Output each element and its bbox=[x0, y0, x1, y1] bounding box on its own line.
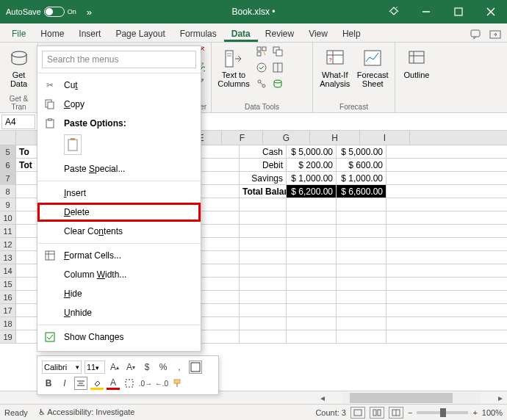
cell[interactable] bbox=[240, 251, 287, 264]
cell[interactable] bbox=[198, 172, 240, 184]
row-header[interactable]: 12 bbox=[0, 238, 16, 250]
what-if-analysis-button[interactable]: ? What-If Analysis bbox=[317, 44, 353, 88]
tab-help[interactable]: Help bbox=[335, 26, 368, 42]
cell[interactable] bbox=[240, 225, 287, 237]
menu-cut[interactable]: ✂ Cut bbox=[37, 76, 201, 95]
cell[interactable] bbox=[337, 225, 386, 237]
cell[interactable] bbox=[337, 211, 386, 224]
paste-icon[interactable] bbox=[64, 134, 82, 155]
percent-format-icon[interactable]: % bbox=[157, 361, 170, 374]
row-header[interactable]: 7 bbox=[0, 172, 16, 184]
text-to-columns-button[interactable]: Text to Columns bbox=[216, 44, 251, 88]
cell[interactable] bbox=[240, 278, 287, 290]
cell[interactable] bbox=[198, 185, 240, 198]
tab-view[interactable]: View bbox=[301, 26, 335, 42]
cell[interactable] bbox=[337, 264, 386, 277]
row-header[interactable]: 8 bbox=[0, 185, 16, 198]
cell[interactable] bbox=[337, 278, 386, 290]
cell[interactable] bbox=[287, 251, 337, 264]
share-icon[interactable] bbox=[488, 27, 503, 42]
forecast-sheet-button[interactable]: Forecast Sheet bbox=[356, 44, 391, 88]
menu-copy[interactable]: Copy bbox=[37, 95, 201, 114]
row-header[interactable]: 9 bbox=[0, 198, 16, 211]
format-painter-icon[interactable] bbox=[171, 377, 184, 390]
border-dropdown-icon[interactable] bbox=[123, 377, 136, 390]
normal-view-icon[interactable] bbox=[350, 407, 365, 419]
cell[interactable] bbox=[287, 330, 337, 343]
tab-page-layout[interactable]: Page Layout bbox=[108, 26, 172, 42]
data-model-icon[interactable] bbox=[270, 76, 285, 91]
menu-insert[interactable]: Insert bbox=[37, 184, 201, 203]
page-layout-view-icon[interactable] bbox=[370, 407, 384, 419]
select-all-corner[interactable] bbox=[0, 131, 16, 145]
row-header[interactable]: 10 bbox=[0, 211, 16, 224]
cell[interactable] bbox=[198, 291, 240, 303]
cell[interactable] bbox=[240, 291, 287, 303]
cell[interactable] bbox=[198, 251, 240, 264]
menu-hide[interactable]: Hide bbox=[37, 284, 201, 303]
cell[interactable]: Savings bbox=[240, 172, 287, 184]
cell[interactable]: $ 200.00 bbox=[287, 159, 337, 171]
row-header[interactable]: 18 bbox=[0, 317, 16, 330]
remove-duplicates-icon[interactable] bbox=[270, 44, 285, 59]
cell[interactable] bbox=[337, 291, 386, 303]
cell[interactable] bbox=[240, 317, 287, 330]
cell[interactable]: $ 1,000.00 bbox=[337, 172, 386, 184]
cell[interactable] bbox=[287, 317, 337, 330]
row-header[interactable]: 14 bbox=[0, 264, 16, 277]
tab-review[interactable]: Review bbox=[258, 26, 301, 42]
font-selector[interactable]: Calibri▾ bbox=[42, 361, 82, 374]
cell[interactable] bbox=[240, 304, 287, 316]
fill-color-icon[interactable] bbox=[90, 377, 104, 390]
scroll-right-icon[interactable]: ▸ bbox=[494, 393, 507, 403]
cell[interactable] bbox=[337, 330, 386, 343]
cell[interactable] bbox=[337, 251, 386, 264]
ribbon-display-options-icon[interactable] bbox=[378, 0, 410, 23]
cell[interactable] bbox=[198, 264, 240, 277]
cell[interactable] bbox=[198, 317, 240, 330]
menu-delete[interactable]: Delete bbox=[37, 203, 201, 222]
row-header[interactable]: 11 bbox=[0, 225, 16, 237]
tab-file[interactable]: File bbox=[4, 26, 33, 42]
scroll-track[interactable] bbox=[342, 393, 481, 403]
cell[interactable]: Cash bbox=[240, 145, 287, 158]
row-header[interactable]: 19 bbox=[0, 330, 16, 343]
menu-column-width[interactable]: Column Width... bbox=[37, 265, 201, 284]
cell[interactable] bbox=[337, 317, 386, 330]
cell[interactable] bbox=[198, 211, 240, 224]
name-box[interactable]: A4 bbox=[1, 115, 35, 129]
consolidate-icon[interactable] bbox=[270, 60, 285, 75]
outline-button[interactable]: Outline bbox=[400, 44, 434, 79]
borders-icon[interactable] bbox=[189, 361, 202, 374]
maximize-button[interactable] bbox=[442, 0, 475, 23]
cell[interactable] bbox=[287, 211, 337, 224]
menu-format-cells[interactable]: Format Cells... bbox=[37, 246, 201, 265]
cell[interactable] bbox=[287, 278, 337, 290]
cell[interactable] bbox=[198, 145, 240, 158]
row-header[interactable]: 6 bbox=[0, 159, 16, 171]
relationships-icon[interactable] bbox=[254, 76, 269, 91]
cell[interactable] bbox=[240, 198, 287, 211]
data-validation-icon[interactable] bbox=[254, 60, 269, 75]
flash-fill-icon[interactable] bbox=[254, 44, 269, 59]
row-header[interactable]: 17 bbox=[0, 304, 16, 316]
autosave-toggle[interactable]: AutoSave On bbox=[0, 7, 82, 17]
cell[interactable]: Debit bbox=[240, 159, 287, 171]
tab-insert[interactable]: Insert bbox=[71, 26, 108, 42]
tab-data[interactable]: Data bbox=[224, 26, 258, 42]
cell[interactable]: $ 5,000.00 bbox=[337, 145, 386, 158]
tab-formulas[interactable]: Formulas bbox=[173, 26, 224, 42]
qatoolbar-overflow-icon[interactable]: » bbox=[82, 7, 96, 18]
cell[interactable] bbox=[287, 304, 337, 316]
menu-search-input[interactable]: Search the menus bbox=[42, 51, 196, 68]
bold-icon[interactable]: B bbox=[42, 377, 55, 390]
cell[interactable] bbox=[240, 238, 287, 250]
decrease-decimal-icon[interactable]: ←.0 bbox=[155, 377, 168, 390]
column-header[interactable]: H bbox=[310, 131, 360, 145]
page-break-view-icon[interactable] bbox=[389, 407, 403, 419]
cell[interactable] bbox=[287, 291, 337, 303]
cell[interactable]: $ 6,600.00 bbox=[337, 185, 386, 198]
column-header[interactable]: G bbox=[263, 131, 310, 145]
font-color-icon[interactable]: A bbox=[107, 377, 120, 390]
row-header[interactable]: 13 bbox=[0, 251, 16, 264]
